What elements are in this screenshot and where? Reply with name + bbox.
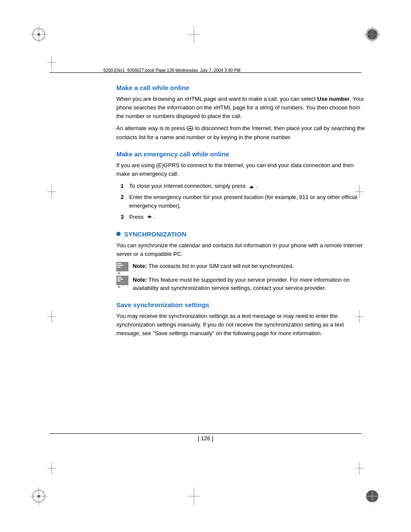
svg-rect-33 <box>117 280 121 281</box>
svg-rect-26 <box>117 263 121 264</box>
svg-rect-27 <box>117 265 123 266</box>
crosshair-left-upper <box>47 56 56 70</box>
svg-rect-31 <box>117 277 121 278</box>
crosshair-bottom-left-upper <box>47 462 56 476</box>
save-sync-heading: Save synchronization settings <box>116 301 368 308</box>
emergency-call-heading: Make an emergency call while online <box>116 150 368 158</box>
svg-rect-24 <box>149 215 150 217</box>
sync-heading: SYNCHRONIZATION <box>116 230 368 238</box>
header-rule-bottom <box>50 72 361 73</box>
make-call-heading: Make a call while online <box>116 84 368 91</box>
svg-point-22 <box>190 128 191 129</box>
reg-mark-top-right <box>364 26 381 44</box>
emergency-call-p1: If you are using (E)GPRS to connect to t… <box>116 161 368 178</box>
note-icon-2 <box>116 276 128 285</box>
svg-marker-34 <box>116 283 120 285</box>
note-1-text: Note: The contacts list in your SIM card… <box>133 262 294 271</box>
note-box-2: Note: This feature must be supported by … <box>116 276 368 292</box>
reg-mark-top-center <box>187 26 200 44</box>
note-icon-1 <box>116 262 128 271</box>
note-box-1: Note: The contacts list in your SIM card… <box>116 262 368 271</box>
make-call-p1: When you are browsing an xHTML page and … <box>116 95 368 121</box>
reg-mark-top-left <box>30 26 47 44</box>
make-call-p2: An alternate way is to press to disconne… <box>116 124 368 141</box>
reg-mark-bottom-left <box>30 488 47 506</box>
svg-rect-28 <box>117 267 121 268</box>
main-content: Make a call while online When you are br… <box>116 84 368 411</box>
end-call-icon-step3 <box>146 215 153 220</box>
svg-marker-29 <box>116 270 120 271</box>
svg-rect-23 <box>251 187 252 188</box>
step-1: 1 To close your Internet connection, sim… <box>121 182 368 190</box>
end-call-icon <box>187 126 193 131</box>
note-2-text: Note: This feature must be supported by … <box>133 276 368 292</box>
page-number: [ 128 ] <box>0 435 411 442</box>
emergency-steps: 1 To close your Internet connection, sim… <box>121 182 368 222</box>
crosshair-left-lower <box>47 310 56 324</box>
save-sync-p1: You may receive the synchronization sett… <box>116 312 368 338</box>
crosshair-left-mid <box>47 185 56 199</box>
svg-rect-32 <box>117 279 123 280</box>
step-2: 2 Enter the emergency number for your pr… <box>121 193 368 210</box>
sync-p1: You can synchronize the calendar and con… <box>116 241 368 258</box>
crosshair-bottom-right-upper <box>355 462 364 476</box>
end-call-icon-step1 <box>248 184 255 189</box>
step-3: 3 Press . <box>121 213 368 221</box>
footer-rule <box>50 433 361 434</box>
sync-bullet <box>116 232 121 236</box>
reg-mark-bottom-right <box>364 488 381 506</box>
reg-mark-bottom-center <box>187 488 200 506</box>
page: 6200.ENv1_9356027.book Page 128 Wednesda… <box>0 0 411 532</box>
